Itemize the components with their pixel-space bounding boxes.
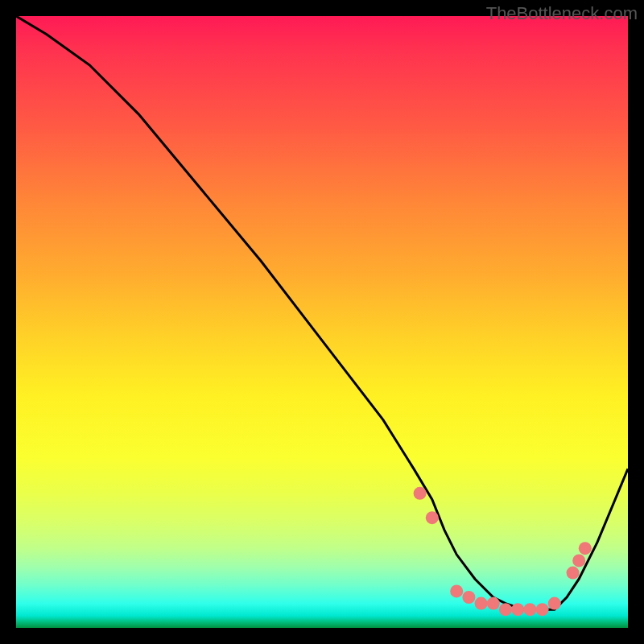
marker-dot bbox=[579, 542, 592, 555]
watermark-text: TheBottleneck.com bbox=[486, 3, 638, 24]
marker-dot bbox=[499, 603, 512, 616]
marker-dot bbox=[414, 487, 427, 500]
marker-dot bbox=[548, 597, 561, 610]
bottleneck-curve bbox=[16, 16, 628, 609]
marker-dot bbox=[511, 603, 524, 616]
marker-dot bbox=[426, 511, 439, 524]
marker-dot bbox=[450, 584, 463, 597]
marker-dot bbox=[475, 597, 488, 610]
marker-dot bbox=[523, 603, 536, 616]
marker-dot bbox=[487, 597, 500, 610]
marker-group bbox=[414, 487, 592, 616]
chart-svg bbox=[16, 16, 628, 628]
marker-dot bbox=[567, 567, 580, 580]
chart-plot-area bbox=[16, 16, 628, 628]
marker-dot bbox=[462, 591, 475, 604]
marker-dot bbox=[536, 603, 549, 616]
marker-dot bbox=[572, 554, 585, 567]
